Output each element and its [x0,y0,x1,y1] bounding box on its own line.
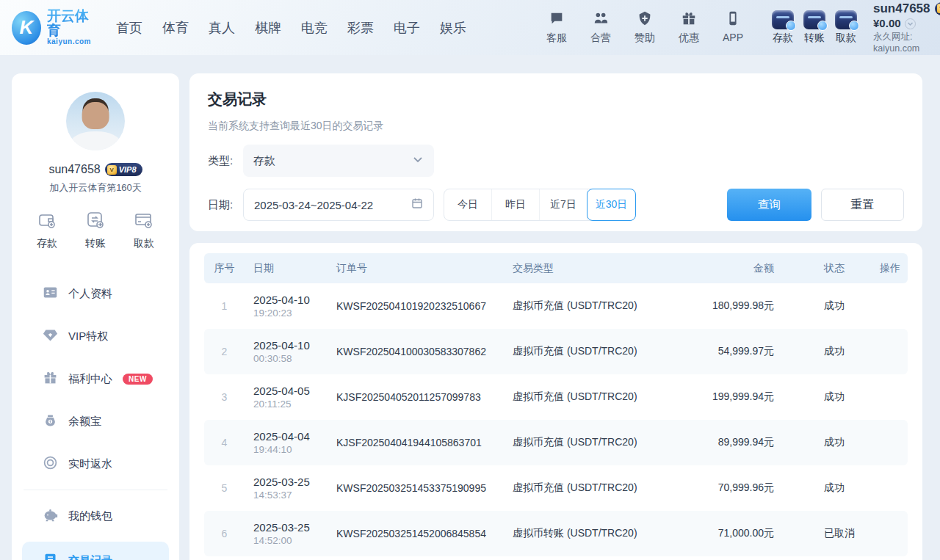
row-action [859,465,908,511]
row-amount: 70,999.96元 [668,465,777,511]
row-no: 4 [204,420,245,465]
phone-icon [725,10,741,29]
date-label: 日期: [208,198,243,212]
row-date: 2025-04-0520:11:25 [245,374,336,420]
row-type: 虚拟币充值 (USDT/TRC20) [513,465,668,511]
row-status: 成功 [777,420,859,465]
sidebar-vip-badge: V VIP8 [105,163,142,176]
row-time-value: 20:11:25 [253,399,336,410]
app-button[interactable]: APP [716,10,750,45]
wallet-icon [37,211,57,233]
row-date-value: 2025-03-25 [253,521,336,534]
row-type: 虚拟币充值 (USDT/TRC20) [513,420,668,465]
row-date-value: 2025-04-05 [253,385,336,397]
sidebar-item-welfare[interactable]: 福利中心 NEW [12,357,179,400]
row-no: 5 [204,465,245,511]
date-range-input[interactable]: 2025-03-24~2025-04-22 [243,189,434,221]
coin-circle-icon [43,455,58,473]
row-time-value: 19:20:23 [253,308,336,319]
sidebar-item-label: 交易记录 [68,554,112,560]
top-header: K 开云体育 kaiyun.com 首页 体育 真人 棋牌 电竞 彩票 电子 娱… [0,0,940,55]
sidebar-username: sun47658 [48,163,100,176]
row-time-value: 00:30:58 [253,353,336,364]
nav-lottery[interactable]: 彩票 [347,19,374,37]
sidebar-deposit-label: 存款 [37,237,57,250]
exchange-icon [86,211,105,233]
type-select[interactable]: 存款 [243,145,434,177]
transaction-record-icon [43,552,58,560]
col-no: 序号 [204,253,245,283]
col-amount: 金额 [668,253,777,283]
nav-home[interactable]: 首页 [116,19,142,37]
type-label: 类型: [208,154,243,168]
range-7days[interactable]: 近7日 [540,189,588,220]
row-status: 成功 [777,465,859,511]
sidebar-item-transactions[interactable]: 交易记录 [22,542,169,560]
row-status: 成功 [777,374,859,420]
row-order-no: KJSF202504041944105863701 [336,420,513,465]
brand-domain: kaiyun.com [47,38,95,46]
sidebar-item-label: 我的钱包 [68,509,112,523]
service-label: 客服 [546,32,567,45]
header-quick-links: 客服 合营 赞助 优惠 APP [540,10,750,45]
withdraw-label: 取款 [836,32,856,45]
col-order: 订单号 [336,253,513,283]
nav-slots[interactable]: 电子 [394,19,420,37]
sidebar-quick-actions: 存款 转账 取款 [12,211,179,250]
nav-esports[interactable]: 电竞 [301,19,328,37]
withdraw-3d-icon [835,10,857,29]
withdraw-button[interactable]: 取款 [835,10,857,45]
table-header-row: 序号 日期 订单号 交易类型 金额 状态 操作 [204,253,908,283]
join-days-text: 加入开云体育第160天 [12,181,179,194]
sidebar-withdraw-button[interactable]: 取款 [134,211,154,250]
deposit-3d-icon [772,10,794,29]
reset-button[interactable]: 重置 [821,189,904,221]
partnership-button[interactable]: 合营 [584,10,618,45]
sidebar-item-yuebao[interactable]: 余额宝 [12,400,179,443]
sidebar-item-vip[interactable]: VIP特权 [12,315,179,357]
sidebar-item-rebate[interactable]: 实时返水 [12,443,179,485]
row-order-no: KWSF202504101920232510667 [336,283,513,329]
row-date-value: 2025-04-10 [253,339,336,352]
sidebar-transfer-label: 转账 [85,237,106,250]
balance-dropdown-icon[interactable] [905,18,916,29]
nav-chess[interactable]: 棋牌 [255,19,281,37]
transfer-label: 转账 [804,32,825,45]
row-date-value: 2025-04-04 [253,430,336,443]
profile-avatar[interactable] [66,92,125,150]
deposit-button[interactable]: 存款 [772,10,794,45]
sidebar-item-wallet[interactable]: 我的钱包 [12,495,179,537]
row-status: 成功 [777,329,859,374]
sidebar-item-profile[interactable]: 个人资料 [12,272,179,315]
transactions-table: 序号 日期 订单号 交易类型 金额 状态 操作 1 2025-04-1019:2… [204,253,908,556]
row-type: 虚拟币充值 (USDT/TRC20) [513,374,668,420]
row-amount: 71,000.00元 [668,511,777,556]
row-date: 2025-04-0419:44:10 [245,420,336,465]
sidebar-vip-level: VIP8 [119,165,137,174]
range-30days[interactable]: 近30日 [587,189,636,221]
nav-entertainment[interactable]: 娱乐 [440,19,466,37]
row-amount: 54,999.97元 [668,329,777,374]
search-button[interactable]: 查询 [727,189,811,221]
range-yesterday[interactable]: 昨日 [492,189,540,220]
row-date: 2025-04-1019:20:23 [245,283,336,329]
filter-card: 交易记录 当前系统支持查询最近30日的交易记录 类型: 存款 日期: 2025-… [189,73,922,231]
nav-live[interactable]: 真人 [209,19,235,37]
nav-sports[interactable]: 体育 [162,19,189,37]
row-action [859,374,908,420]
row-no: 3 [204,374,245,420]
range-today[interactable]: 今日 [444,189,492,220]
transfer-button[interactable]: 转账 [803,10,825,45]
service-button[interactable]: 客服 [540,10,574,45]
brand-logo[interactable]: K 开云体育 kaiyun.com [12,9,95,46]
row-type: 虚拟币充值 (USDT/TRC20) [513,283,668,329]
promo-label: 优惠 [679,32,699,45]
sponsor-button[interactable]: 赞助 [628,10,662,45]
sidebar-menu: 个人资料 VIP特权 福利中心 NEW 余额宝 实时返水 我的钱包 交易记录 [12,272,179,560]
sidebar-deposit-button[interactable]: 存款 [37,211,57,250]
promo-button[interactable]: 优惠 [672,10,706,45]
chat-icon [549,10,565,29]
people-icon [593,10,609,29]
sidebar-transfer-button[interactable]: 转账 [85,211,106,250]
gift-icon [681,10,697,29]
